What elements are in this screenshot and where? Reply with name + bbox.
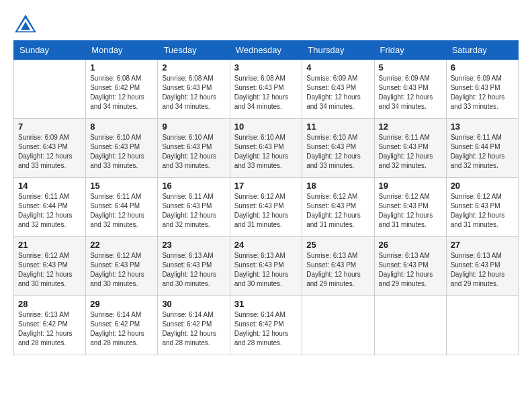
day-info: Sunrise: 6:13 AM Sunset: 6:43 PM Dayligh…	[234, 251, 298, 289]
calendar-cell	[302, 296, 374, 355]
day-info: Sunrise: 6:13 AM Sunset: 6:43 PM Dayligh…	[162, 251, 225, 289]
day-number: 12	[379, 122, 442, 132]
day-number: 22	[90, 240, 153, 250]
calendar-cell: 18Sunrise: 6:12 AM Sunset: 6:43 PM Dayli…	[302, 178, 374, 237]
day-number: 15	[90, 181, 153, 191]
calendar-table: SundayMondayTuesdayWednesdayThursdayFrid…	[13, 40, 519, 355]
day-of-week-header: Friday	[374, 41, 446, 60]
calendar-week-row: 14Sunrise: 6:11 AM Sunset: 6:44 PM Dayli…	[14, 178, 519, 237]
day-number: 5	[379, 62, 442, 73]
day-number: 25	[306, 240, 369, 250]
calendar-header-row: SundayMondayTuesdayWednesdayThursdayFrid…	[14, 41, 519, 60]
calendar-cell: 16Sunrise: 6:11 AM Sunset: 6:43 PM Dayli…	[158, 178, 230, 237]
calendar-cell: 26Sunrise: 6:13 AM Sunset: 6:43 PM Dayli…	[374, 237, 446, 296]
calendar-cell: 19Sunrise: 6:12 AM Sunset: 6:43 PM Dayli…	[374, 178, 446, 237]
calendar-cell: 28Sunrise: 6:13 AM Sunset: 6:42 PM Dayli…	[14, 296, 86, 355]
day-info: Sunrise: 6:09 AM Sunset: 6:43 PM Dayligh…	[379, 74, 442, 111]
calendar-cell: 30Sunrise: 6:14 AM Sunset: 6:42 PM Dayli…	[158, 296, 230, 355]
day-info: Sunrise: 6:10 AM Sunset: 6:43 PM Dayligh…	[90, 133, 153, 171]
day-number: 26	[379, 240, 442, 250]
day-info: Sunrise: 6:10 AM Sunset: 6:43 PM Dayligh…	[306, 133, 369, 171]
day-number: 8	[90, 122, 153, 132]
day-number: 3	[234, 62, 298, 73]
calendar-cell: 2Sunrise: 6:08 AM Sunset: 6:43 PM Daylig…	[158, 60, 230, 119]
day-info: Sunrise: 6:08 AM Sunset: 6:43 PM Dayligh…	[162, 74, 225, 111]
calendar-cell: 29Sunrise: 6:14 AM Sunset: 6:42 PM Dayli…	[86, 296, 158, 355]
calendar-cell: 6Sunrise: 6:09 AM Sunset: 6:43 PM Daylig…	[446, 60, 518, 119]
day-number: 24	[234, 240, 298, 250]
day-info: Sunrise: 6:12 AM Sunset: 6:43 PM Dayligh…	[90, 251, 153, 289]
day-number: 17	[234, 181, 298, 191]
day-info: Sunrise: 6:12 AM Sunset: 6:43 PM Dayligh…	[451, 192, 514, 230]
calendar-cell	[446, 296, 518, 355]
day-number: 4	[306, 62, 369, 73]
calendar-cell: 10Sunrise: 6:10 AM Sunset: 6:43 PM Dayli…	[230, 119, 302, 178]
day-info: Sunrise: 6:09 AM Sunset: 6:43 PM Dayligh…	[451, 74, 514, 111]
calendar-week-row: 28Sunrise: 6:13 AM Sunset: 6:42 PM Dayli…	[14, 296, 519, 355]
day-info: Sunrise: 6:08 AM Sunset: 6:43 PM Dayligh…	[234, 74, 298, 111]
calendar-cell: 31Sunrise: 6:14 AM Sunset: 6:42 PM Dayli…	[230, 296, 302, 355]
calendar-week-row: 21Sunrise: 6:12 AM Sunset: 6:43 PM Dayli…	[14, 237, 519, 296]
day-of-week-header: Sunday	[14, 41, 86, 60]
day-number: 11	[306, 122, 369, 132]
calendar-cell	[14, 60, 86, 119]
calendar-cell: 4Sunrise: 6:09 AM Sunset: 6:43 PM Daylig…	[302, 60, 374, 119]
day-info: Sunrise: 6:09 AM Sunset: 6:43 PM Dayligh…	[18, 133, 81, 171]
day-number: 19	[379, 181, 442, 191]
calendar-cell: 23Sunrise: 6:13 AM Sunset: 6:43 PM Dayli…	[158, 237, 230, 296]
day-number: 6	[451, 62, 514, 73]
day-number: 7	[18, 122, 81, 132]
day-info: Sunrise: 6:13 AM Sunset: 6:42 PM Dayligh…	[18, 310, 81, 348]
day-of-week-header: Monday	[86, 41, 158, 60]
day-info: Sunrise: 6:11 AM Sunset: 6:43 PM Dayligh…	[162, 192, 225, 230]
day-of-week-header: Wednesday	[230, 41, 302, 60]
day-info: Sunrise: 6:14 AM Sunset: 6:42 PM Dayligh…	[90, 310, 153, 348]
page-header	[13, 13, 519, 34]
day-of-week-header: Saturday	[446, 41, 518, 60]
day-number: 2	[162, 62, 225, 73]
day-info: Sunrise: 6:11 AM Sunset: 6:44 PM Dayligh…	[451, 133, 514, 171]
calendar-cell: 15Sunrise: 6:11 AM Sunset: 6:44 PM Dayli…	[86, 178, 158, 237]
day-number: 1	[90, 62, 153, 73]
day-info: Sunrise: 6:11 AM Sunset: 6:43 PM Dayligh…	[379, 133, 442, 171]
calendar-cell: 3Sunrise: 6:08 AM Sunset: 6:43 PM Daylig…	[230, 60, 302, 119]
logo	[13, 13, 42, 34]
calendar-cell: 1Sunrise: 6:08 AM Sunset: 6:42 PM Daylig…	[86, 60, 158, 119]
calendar-cell: 8Sunrise: 6:10 AM Sunset: 6:43 PM Daylig…	[86, 119, 158, 178]
day-number: 21	[18, 240, 81, 250]
day-info: Sunrise: 6:09 AM Sunset: 6:43 PM Dayligh…	[306, 74, 369, 111]
day-number: 18	[306, 181, 369, 191]
day-info: Sunrise: 6:13 AM Sunset: 6:43 PM Dayligh…	[306, 251, 369, 289]
day-number: 30	[162, 299, 225, 309]
calendar-cell: 24Sunrise: 6:13 AM Sunset: 6:43 PM Dayli…	[230, 237, 302, 296]
day-number: 16	[162, 181, 225, 191]
logo-icon	[13, 13, 38, 34]
day-info: Sunrise: 6:13 AM Sunset: 6:43 PM Dayligh…	[379, 251, 442, 289]
day-info: Sunrise: 6:10 AM Sunset: 6:43 PM Dayligh…	[234, 133, 298, 171]
day-info: Sunrise: 6:12 AM Sunset: 6:43 PM Dayligh…	[379, 192, 442, 230]
day-info: Sunrise: 6:11 AM Sunset: 6:44 PM Dayligh…	[90, 192, 153, 230]
day-info: Sunrise: 6:14 AM Sunset: 6:42 PM Dayligh…	[234, 310, 298, 348]
calendar-cell: 17Sunrise: 6:12 AM Sunset: 6:43 PM Dayli…	[230, 178, 302, 237]
day-info: Sunrise: 6:12 AM Sunset: 6:43 PM Dayligh…	[306, 192, 369, 230]
calendar-cell: 7Sunrise: 6:09 AM Sunset: 6:43 PM Daylig…	[14, 119, 86, 178]
calendar-cell: 20Sunrise: 6:12 AM Sunset: 6:43 PM Dayli…	[446, 178, 518, 237]
day-number: 27	[451, 240, 514, 250]
calendar-week-row: 1Sunrise: 6:08 AM Sunset: 6:42 PM Daylig…	[14, 60, 519, 119]
day-info: Sunrise: 6:13 AM Sunset: 6:43 PM Dayligh…	[451, 251, 514, 289]
calendar-cell: 5Sunrise: 6:09 AM Sunset: 6:43 PM Daylig…	[374, 60, 446, 119]
calendar-cell	[374, 296, 446, 355]
day-info: Sunrise: 6:11 AM Sunset: 6:44 PM Dayligh…	[18, 192, 81, 230]
calendar-cell: 9Sunrise: 6:10 AM Sunset: 6:43 PM Daylig…	[158, 119, 230, 178]
day-info: Sunrise: 6:08 AM Sunset: 6:42 PM Dayligh…	[90, 74, 153, 111]
day-number: 31	[234, 299, 298, 309]
day-of-week-header: Tuesday	[158, 41, 230, 60]
day-number: 28	[18, 299, 81, 309]
day-number: 29	[90, 299, 153, 309]
calendar-cell: 27Sunrise: 6:13 AM Sunset: 6:43 PM Dayli…	[446, 237, 518, 296]
day-info: Sunrise: 6:14 AM Sunset: 6:42 PM Dayligh…	[162, 310, 225, 348]
day-info: Sunrise: 6:12 AM Sunset: 6:43 PM Dayligh…	[234, 192, 298, 230]
calendar-cell: 14Sunrise: 6:11 AM Sunset: 6:44 PM Dayli…	[14, 178, 86, 237]
calendar-cell: 13Sunrise: 6:11 AM Sunset: 6:44 PM Dayli…	[446, 119, 518, 178]
day-number: 9	[162, 122, 225, 132]
